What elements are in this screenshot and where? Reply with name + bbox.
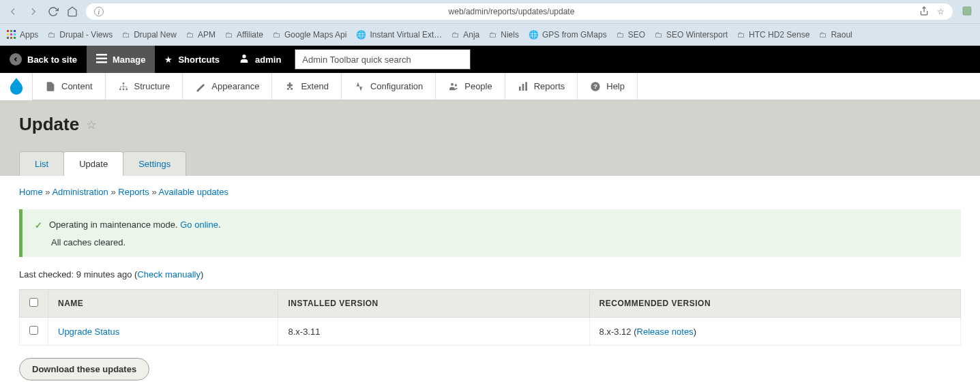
check-manually-link[interactable]: Check manually <box>137 269 201 280</box>
status-text-part: . <box>218 220 221 230</box>
svg-rect-4 <box>14 30 16 32</box>
tab-settings[interactable]: Settings <box>123 151 186 176</box>
svg-point-16 <box>119 88 121 90</box>
bookmark-item[interactable]: 🗀Raoul <box>819 30 852 40</box>
bookmark-label: Niels <box>501 30 519 40</box>
extension-icon[interactable] <box>961 5 973 19</box>
crumb-home[interactable]: Home <box>19 187 43 197</box>
menu-configuration[interactable]: Configuration <box>342 73 436 100</box>
forward-icon[interactable] <box>27 5 40 18</box>
back-to-site-button[interactable]: Back to site <box>0 46 87 73</box>
crumb-updates[interactable]: Available updates <box>159 187 228 197</box>
bookmark-item[interactable]: 🗀APM <box>186 30 216 40</box>
menu-appearance[interactable]: Appearance <box>183 73 272 100</box>
select-all-checkbox[interactable] <box>29 298 38 307</box>
checked-suffix: ) <box>201 269 203 280</box>
row-checkbox[interactable] <box>29 326 38 335</box>
drupal-toolbar: Back to site Manage ★ Shortcuts admin Ad… <box>0 46 980 73</box>
check-icon: ✓ <box>35 220 42 230</box>
toolbar-label: Manage <box>113 55 145 65</box>
back-icon[interactable] <box>7 5 19 18</box>
bookmark-label: SEO <box>628 30 645 40</box>
svg-rect-12 <box>96 57 107 59</box>
download-updates-button[interactable]: Download these updates <box>19 358 149 380</box>
toolbar-search-input[interactable]: Admin Toolbar quick search <box>295 49 471 70</box>
share-icon[interactable] <box>919 6 929 18</box>
bookmark-label: Google Maps Api <box>284 30 346 40</box>
go-online-link[interactable]: Go online <box>180 220 218 230</box>
svg-rect-23 <box>525 82 527 91</box>
bookmark-item[interactable]: 🗀SEO <box>617 30 645 40</box>
reload-icon[interactable] <box>48 6 59 17</box>
menu-label: Appearance <box>211 81 259 91</box>
module-name-link[interactable]: Upgrade Status <box>58 327 119 337</box>
menu-label: Extend <box>301 81 328 91</box>
folder-icon: 🗀 <box>48 30 56 40</box>
bookmark-item[interactable]: 🌐GPS from GMaps <box>529 30 607 40</box>
bookmark-item[interactable]: 🌐Instant Virtual Ext… <box>356 30 442 40</box>
bookmark-item[interactable]: 🗀Anja <box>451 30 479 40</box>
user-icon <box>239 53 250 66</box>
release-notes-link[interactable]: Release notes <box>637 327 694 337</box>
checked-prefix: Last checked: 9 minutes ago ( <box>19 269 137 280</box>
folder-icon: 🗀 <box>225 30 233 40</box>
breadcrumb: Home » Administration » Reports » Availa… <box>19 187 961 197</box>
apps-icon <box>7 30 16 40</box>
recommended-version: 8.x-3.12 (Release notes) <box>589 318 960 346</box>
bookmark-label: Instant Virtual Ext… <box>370 30 442 40</box>
status-message: ✓ Operating in maintenance mode. Go onli… <box>19 209 961 257</box>
menu-structure[interactable]: Structure <box>106 73 183 100</box>
bookmark-item[interactable]: 🗀SEO Wintersport <box>655 30 728 40</box>
menu-extend[interactable]: Extend <box>272 73 341 100</box>
folder-icon: 🗀 <box>617 30 625 40</box>
star-icon: ★ <box>164 55 173 65</box>
menu-reports[interactable]: Reports <box>505 73 578 100</box>
crumb-reports[interactable]: Reports <box>118 187 149 197</box>
svg-point-15 <box>122 82 124 85</box>
menu-content[interactable]: Content <box>33 73 106 100</box>
folder-icon: 🗀 <box>489 30 497 40</box>
bookmark-item[interactable]: 🗀Niels <box>489 30 519 40</box>
star-icon[interactable]: ☆ <box>937 7 945 16</box>
favorite-star-icon[interactable]: ☆ <box>86 117 97 132</box>
col-installed: INSTALLED VERSION <box>278 290 589 318</box>
page-title-row: Update ☆ <box>19 114 961 135</box>
svg-rect-9 <box>10 37 12 39</box>
update-table: NAME INSTALLED VERSION RECOMMENDED VERSI… <box>19 289 961 346</box>
bookmark-label: GPS from GMaps <box>542 30 607 40</box>
menu-people[interactable]: People <box>436 73 505 100</box>
bookmark-item[interactable]: 🗀Google Maps Api <box>273 30 346 40</box>
tabs: List Update Settings <box>19 151 961 176</box>
svg-point-17 <box>122 88 124 90</box>
shortcuts-button[interactable]: ★ Shortcuts <box>155 46 229 73</box>
svg-rect-7 <box>14 33 16 35</box>
bookmark-item[interactable]: 🗀Drupal - Views <box>48 30 113 40</box>
bookmark-item[interactable]: 🗀Drupal New <box>122 30 177 40</box>
installed-version: 8.x-3.11 <box>278 318 589 346</box>
tab-list[interactable]: List <box>19 151 64 176</box>
col-recommended: RECOMMENDED VERSION <box>589 290 960 318</box>
bookmarks-bar: Apps 🗀Drupal - Views 🗀Drupal New 🗀APM 🗀A… <box>0 24 980 46</box>
svg-point-20 <box>455 84 457 86</box>
home-icon[interactable] <box>67 6 78 17</box>
user-button[interactable]: admin <box>229 46 291 73</box>
folder-icon: 🗀 <box>655 30 663 40</box>
url-bar[interactable]: i web/admin/reports/updates/update ☆ <box>86 3 953 20</box>
status-text: All caches cleared. <box>51 237 125 247</box>
menu-help[interactable]: ?Help <box>578 73 638 100</box>
status-text-part: Operating in maintenance mode. <box>49 220 180 230</box>
manage-button[interactable]: Manage <box>87 46 155 73</box>
folder-icon: 🗀 <box>273 30 281 40</box>
bookmark-label: Drupal - Views <box>59 30 113 40</box>
page-body: Update ☆ List Update Settings <box>0 100 980 176</box>
toolbar-label: admin <box>255 55 281 65</box>
drupal-logo-icon[interactable] <box>0 73 33 100</box>
crumb-admin[interactable]: Administration <box>52 187 108 197</box>
svg-rect-13 <box>96 61 107 63</box>
tab-update[interactable]: Update <box>63 151 123 176</box>
bookmark-item[interactable]: 🗀HTC HD2 Sense <box>737 30 810 40</box>
bookmark-apps[interactable]: Apps <box>7 30 38 40</box>
page-title: Update <box>19 114 79 135</box>
bookmark-item[interactable]: 🗀Affiliate <box>225 30 263 40</box>
folder-icon: 🗀 <box>122 30 130 40</box>
